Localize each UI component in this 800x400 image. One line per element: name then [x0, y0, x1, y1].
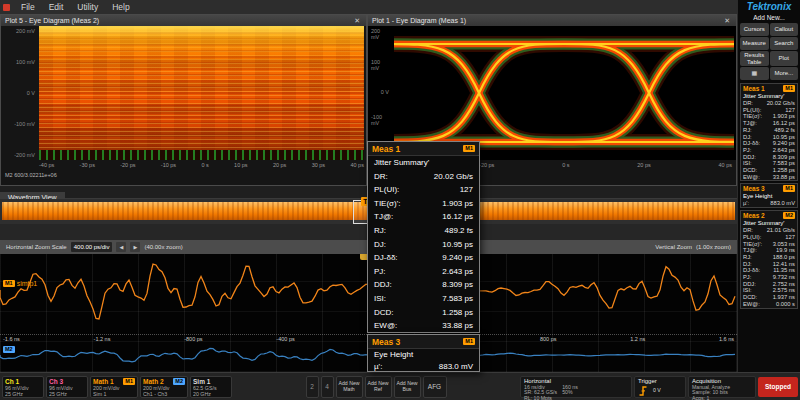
- results-table-button[interactable]: Results Table: [740, 51, 769, 66]
- measurement-row: DR:20.02 Gb/s: [368, 170, 479, 184]
- math2-chip: M2: [3, 346, 15, 353]
- measurement-row: PL(UI):127: [741, 107, 797, 114]
- measure-button[interactable]: Measure: [740, 37, 769, 50]
- menu-item[interactable]: Utility: [70, 0, 105, 14]
- measurement-row: PJ:2.643 ps: [741, 147, 797, 154]
- search-button[interactable]: Search: [770, 37, 799, 50]
- horizontal-panel[interactable]: Horizontal 16 ns/div SR: 62.5 GS/s RL: 1…: [520, 376, 632, 398]
- math1-badge[interactable]: Math 1 M1 200 mV/div Sim 1: [90, 376, 138, 398]
- measurement-row: EW@:33.88 ps: [741, 174, 797, 181]
- x-tick-label: 20 ps: [637, 162, 650, 168]
- meas1-popup-header[interactable]: Meas 1 M1: [368, 142, 479, 156]
- time-tick-label: -400 ps: [276, 336, 294, 342]
- plot1-title-bar[interactable]: Plot 1 - Eye Diagram (Meas 1) ✕: [368, 15, 736, 26]
- math2-badge[interactable]: Math 2 M2 200 mV/div Ch1 - Ch3: [140, 376, 188, 398]
- measurement-row: TIE(σ)':1.903 ps: [741, 113, 797, 120]
- measurement-row: µ':883.0 mV: [741, 200, 797, 207]
- meas3-badge[interactable]: Meas 3 M1 Eye Height µ':883.0 mV: [740, 183, 798, 208]
- cursors-button[interactable]: Cursors: [740, 23, 769, 36]
- y-tick-label: -200 mV: [14, 152, 35, 158]
- sim1-bandwidth: 20 GHz: [193, 391, 229, 397]
- plot5-window: Plot 5 - Eye Diagram (Meas 2) ✕ 200 mV10…: [0, 14, 367, 186]
- edge-trigger-icon: [638, 385, 650, 397]
- plot5-status: M2 600/3.02211e+06: [5, 172, 57, 178]
- plot5-eye-heatmap: [39, 26, 364, 160]
- menu-items: FileEditUtilityHelp: [14, 0, 137, 14]
- meas3-badge-rows: µ':883.0 mV: [741, 200, 797, 207]
- x-tick-label: 10 ps: [234, 162, 247, 168]
- time-tick-label: 1.6 ns: [719, 336, 734, 342]
- plot5-y-axis: 200 mV100 mV0 V-100 mV-200 mV: [1, 26, 37, 160]
- y-tick-label: 0 V: [27, 90, 35, 96]
- more-button[interactable]: More...: [770, 67, 799, 80]
- meas1-results-popup[interactable]: Meas 1 M1 Jitter Summary' DR:20.02 Gb/s …: [367, 141, 480, 333]
- measurement-row: DJ:10.95 ps: [741, 134, 797, 141]
- measurement-row: TIE(σ)':3.053 ns: [741, 241, 797, 248]
- plot5-close-icon[interactable]: ✕: [352, 17, 362, 25]
- menu-item[interactable]: Help: [105, 0, 136, 14]
- plot5-x-axis: -40 ps-30 ps-20 ps-10 ps0 s10 ps20 ps30 …: [39, 162, 364, 168]
- meas1-badge-header: Meas 1 M1: [741, 84, 797, 93]
- math1-trace-label[interactable]: M1 simtp1: [3, 280, 37, 287]
- meas3-popup-header[interactable]: Meas 3 M1: [368, 335, 479, 349]
- callout-button[interactable]: Callout: [770, 23, 799, 36]
- zoom-left-icon[interactable]: ◀: [116, 242, 126, 252]
- math2-trace-label[interactable]: M2: [3, 346, 15, 353]
- meas3-badge-header: Meas 3 M1: [741, 184, 797, 193]
- plot1-close-icon[interactable]: ✕: [722, 17, 732, 25]
- y-tick-label: 100 mV: [371, 59, 389, 71]
- x-tick-label: 0 s: [562, 162, 569, 168]
- math1-badge-chip: M1: [123, 378, 135, 385]
- horizontal-zoom-scale-value[interactable]: 400.00 ps/div: [71, 242, 113, 252]
- meas2-badge[interactable]: Meas 2 M2 Jitter Summary' DR:21.01 Gb/s …: [740, 210, 798, 308]
- ch1-name: Ch 1: [5, 378, 41, 386]
- ch3-bandwidth: 25 GHz: [49, 391, 85, 397]
- meas3-popup-subtitle: Eye Height: [368, 349, 479, 361]
- run-stop-button[interactable]: Stopped: [758, 377, 798, 397]
- zoom-right-icon[interactable]: ▶: [130, 242, 140, 252]
- meas3-results-popup[interactable]: Meas 3 M1 Eye Height µ':883.0 mV: [367, 334, 480, 372]
- time-tick-label: -1.6 ns: [3, 336, 20, 342]
- y-tick-label: 200 mV: [371, 28, 389, 40]
- meas1-popup-subtitle: Jitter Summary': [368, 156, 479, 170]
- ch3-badge[interactable]: Ch 3 96 mV/div 25 GHz: [46, 376, 88, 398]
- measurement-row: PJ:2.643 ps: [368, 265, 479, 279]
- oscilloscope-app: FileEditUtilityHelp Plot 5 - Eye Diagram…: [0, 0, 800, 400]
- measurement-row: ISI:7.583 ps: [741, 160, 797, 167]
- measurement-row: PL(UI):127: [741, 234, 797, 241]
- x-tick-label: 40 ps: [719, 162, 732, 168]
- meas2-badge-chip: M2: [783, 212, 795, 219]
- add-new-bus-button[interactable]: Add New Bus: [394, 376, 421, 398]
- horizontal-position: 50%: [562, 390, 578, 396]
- meas1-badge[interactable]: Meas 1 M1 Jitter Summary' DR:20.02 Gb/s …: [740, 83, 798, 181]
- measurement-row: DJ-δδ:9.240 ps: [368, 251, 479, 265]
- x-tick-label: 40 ps: [350, 162, 363, 168]
- x-tick-label: -20 ps: [479, 162, 494, 168]
- ch1-badge[interactable]: Ch 1 96 mV/div 25 GHz: [2, 376, 44, 398]
- plot-button[interactable]: Plot: [770, 51, 799, 66]
- meas2-badge-subtitle: Jitter Summary': [741, 220, 797, 227]
- add-new-ref-button[interactable]: Add New Ref: [365, 376, 392, 398]
- menu-item[interactable]: File: [14, 0, 42, 14]
- plot1-title: Plot 1 - Eye Diagram (Meas 1): [372, 17, 466, 24]
- plot1-eye-diagram: 200 mV100 mV0 V-100 mV-200 mV: [368, 26, 736, 160]
- ch4-off-button[interactable]: 4: [321, 376, 334, 398]
- ch2-off-button[interactable]: 2: [306, 376, 319, 398]
- afg-button[interactable]: AFG: [423, 376, 447, 398]
- y-tick-label: 100 mV: [16, 59, 35, 65]
- meas1-popup-rows: DR:20.02 Gb/s PL(UI):127 TIE(σ)':1.903 p…: [368, 170, 479, 333]
- menu-item[interactable]: Edit: [42, 0, 71, 14]
- meas3-popup-rows: µ':883.0 mV: [368, 361, 479, 373]
- measurement-row: RJ:489.2 fs: [741, 127, 797, 134]
- sim1-badge[interactable]: Sim 1 62.5 GS/s 20 GHz: [190, 376, 232, 398]
- measurement-row: EW@:33.88 ps: [368, 319, 479, 333]
- vertical-zoom-factor: (1.00x zoom): [696, 244, 731, 250]
- trigger-panel[interactable]: Trigger 0 V: [634, 376, 686, 398]
- measurement-row: ISI:7.583 ps: [368, 292, 479, 306]
- x-tick-label: 0 s: [201, 162, 208, 168]
- acquisition-panel[interactable]: Acquisition Manual, Analyze Sample: 10 b…: [688, 376, 756, 398]
- add-new-math-button[interactable]: Add New Math: [336, 376, 363, 398]
- y-tick-label: -100 mV: [371, 114, 389, 126]
- plot5-title-bar[interactable]: Plot 5 - Eye Diagram (Meas 2) ✕: [1, 15, 366, 26]
- results-grid-icon[interactable]: ▦: [740, 67, 769, 80]
